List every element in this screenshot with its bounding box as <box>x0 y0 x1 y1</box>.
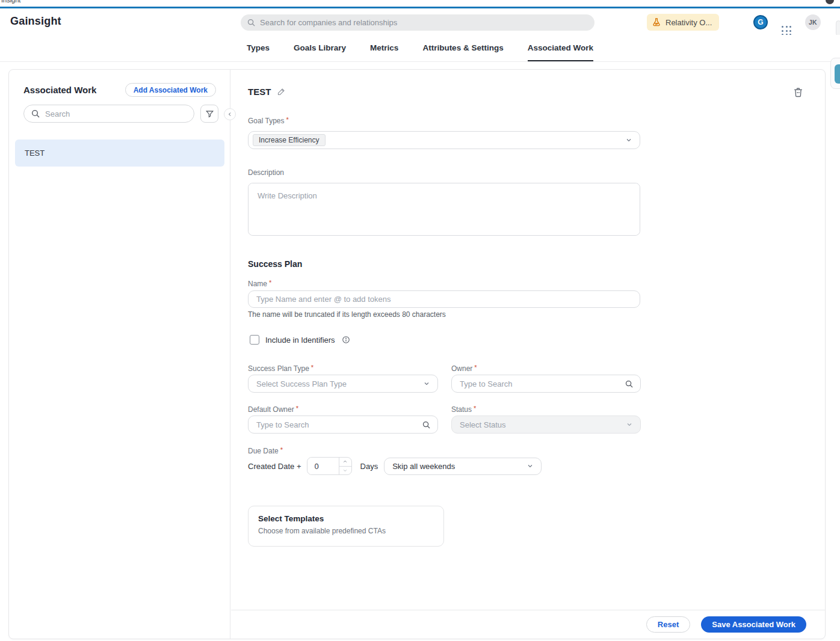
browser-strip: Insight <box>0 0 840 7</box>
tab-associated-work[interactable]: Associated Work <box>528 35 593 61</box>
org-badge-label: Relativity O... <box>666 18 712 27</box>
edge-widget-icon <box>835 64 840 84</box>
success-plan-heading: Success Plan <box>248 259 302 269</box>
due-date-prefix: Created Date + <box>248 462 301 471</box>
owner-label: Owner* <box>451 364 477 373</box>
description-textarea-wrap <box>248 183 640 236</box>
include-identifiers-checkbox[interactable] <box>250 335 259 345</box>
browser-tab-title: Insight <box>1 0 20 4</box>
browser-control-icon[interactable] <box>826 0 834 4</box>
tab-metrics[interactable]: Metrics <box>370 35 398 61</box>
sidebar-search-input[interactable] <box>45 109 184 118</box>
funnel-icon <box>205 109 214 118</box>
stepper-up-icon[interactable] <box>339 458 351 466</box>
description-textarea[interactable] <box>249 183 640 235</box>
sidebar-collapse-button[interactable] <box>224 108 236 120</box>
default-owner-label: Default Owner* <box>248 405 298 414</box>
select-templates-card[interactable]: Select Templates Choose from available p… <box>248 506 444 547</box>
due-days-input[interactable] <box>307 458 339 474</box>
name-field <box>248 290 640 308</box>
list-item-label: TEST <box>25 149 45 158</box>
success-plan-type-select[interactable]: Select Success Plan Type <box>248 375 438 393</box>
global-search-input[interactable] <box>260 18 573 27</box>
due-days-stepper <box>307 457 352 475</box>
goal-types-label: Goal Types* <box>248 117 289 125</box>
search-icon <box>247 18 256 27</box>
chevron-left-icon <box>227 111 233 117</box>
chevron-down-icon <box>626 421 633 428</box>
edit-pencil-icon[interactable] <box>277 87 286 96</box>
add-associated-work-button[interactable]: Add Associated Work <box>125 83 216 97</box>
weekend-rule-select[interactable]: Skip all weekends <box>384 458 542 475</box>
user-avatar[interactable]: JK <box>805 14 821 30</box>
status-label: Status* <box>451 405 476 414</box>
goal-types-select[interactable]: Increase Efficiency <box>248 131 640 149</box>
tab-goals-library[interactable]: Goals Library <box>294 35 346 61</box>
gainsight-g-icon[interactable]: G <box>753 15 768 29</box>
sidebar-title: Associated Work <box>23 85 96 95</box>
select-templates-title: Select Templates <box>258 514 434 523</box>
chevron-down-icon <box>625 136 632 144</box>
goal-type-chip[interactable]: Increase Efficiency <box>253 134 326 146</box>
sidebar-search[interactable] <box>23 105 194 123</box>
owner-search-field <box>451 375 641 393</box>
status-select-disabled: Select Status <box>451 416 641 434</box>
include-identifiers-label: Include in Identifiers <box>265 336 335 345</box>
app: Insight Gainsight Relativity O... G JK T… <box>0 0 840 641</box>
success-plan-type-label: Success Plan Type* <box>248 364 313 373</box>
brand-logo[interactable]: Gainsight <box>10 15 61 28</box>
chevron-down-icon <box>423 380 430 387</box>
save-associated-work-button[interactable]: Save Associated Work <box>701 616 806 633</box>
due-date-label: Due Date* <box>248 447 283 455</box>
chevron-down-icon <box>527 462 534 470</box>
description-label: Description <box>248 168 284 177</box>
due-date-row: Created Date + Days Skip all weekends <box>248 457 542 475</box>
form-footer: Reset Save Associated Work <box>231 610 825 639</box>
select-templates-subtitle: Choose from available predefined CTAs <box>258 527 434 535</box>
scrollbar-thumb[interactable] <box>836 20 840 36</box>
tab-attributes-settings[interactable]: Attributes & Settings <box>422 35 503 61</box>
nav-tabs: Types Goals Library Metrics Attributes &… <box>0 35 840 62</box>
app-header: Gainsight Relativity O... G JK <box>0 8 840 35</box>
sidebar: Associated Work Add Associated Work TES <box>9 70 230 639</box>
info-icon[interactable] <box>342 336 350 344</box>
content-card: Associated Work Add Associated Work TES <box>8 69 826 639</box>
search-icon <box>31 109 40 118</box>
search-icon <box>422 420 431 429</box>
filter-button[interactable] <box>200 105 218 123</box>
detail-title: TEST <box>248 87 271 97</box>
include-identifiers-row: Include in Identifiers <box>250 335 350 345</box>
due-date-unit: Days <box>360 462 378 471</box>
reset-button[interactable]: Reset <box>646 616 690 633</box>
owner-search-input[interactable] <box>452 379 640 388</box>
name-input[interactable] <box>249 295 640 304</box>
delete-trash-icon[interactable] <box>792 87 804 99</box>
search-icon <box>625 379 634 388</box>
name-helper-text: The name will be truncated if its length… <box>248 310 446 319</box>
flask-icon <box>652 17 661 27</box>
default-owner-search-input[interactable] <box>249 420 437 429</box>
tab-types[interactable]: Types <box>247 35 270 61</box>
global-search[interactable] <box>241 14 594 31</box>
org-badge[interactable]: Relativity O... <box>647 14 719 31</box>
edge-floating-widget[interactable] <box>830 58 840 89</box>
default-owner-search-field <box>248 416 438 434</box>
name-label: Name* <box>248 280 271 288</box>
stepper-down-icon[interactable] <box>339 466 351 475</box>
list-item-test[interactable]: TEST <box>15 140 224 167</box>
